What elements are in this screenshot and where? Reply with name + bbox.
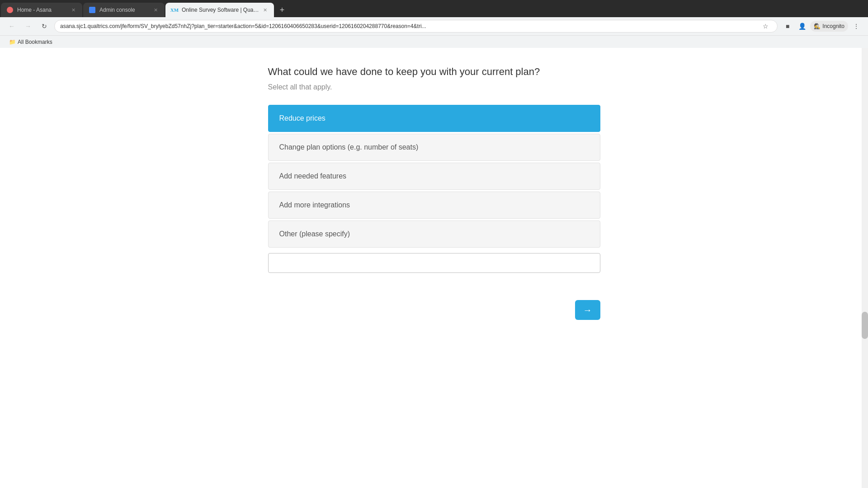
page-content: What could we have done to keep you with… — [0, 48, 868, 488]
nav-right-icons: ■ 👤 🕵 Incognito ⋮ — [781, 20, 863, 33]
tab-qualtrics-close[interactable]: ✕ — [261, 6, 269, 14]
reload-button[interactable]: ↻ — [38, 20, 51, 33]
bookmarks-folder-icon: 📁 — [9, 39, 16, 45]
bookmarks-label: All Bookmarks — [18, 39, 52, 45]
option-other-label: Other (please specify) — [279, 230, 350, 238]
forward-button[interactable]: → — [22, 20, 34, 33]
browser-chrome: Home - Asana ✕ Admin console ✕ XM Online… — [0, 0, 868, 48]
address-bar[interactable]: asana.sjc1.qualtrics.com/jfe/form/SV_bry… — [54, 20, 778, 33]
profile-icon[interactable]: 👤 — [796, 20, 808, 33]
option-add-features[interactable]: Add needed features — [268, 163, 600, 190]
tab-admin-close[interactable]: ✕ — [152, 6, 159, 14]
survey-question: What could we have done to keep you with… — [268, 66, 600, 78]
menu-icon[interactable]: ⋮ — [850, 20, 863, 33]
scrollbar-thumb[interactable] — [862, 312, 868, 339]
survey-container: What could we have done to keep you with… — [259, 66, 609, 320]
incognito-icon: 🕵 — [814, 23, 821, 29]
option-add-integrations[interactable]: Add more integrations — [268, 192, 600, 219]
next-button[interactable]: → — [575, 300, 600, 320]
option-change-plan-label: Change plan options (e.g. number of seat… — [279, 143, 419, 151]
option-add-integrations-label: Add more integrations — [279, 201, 350, 209]
tab-asana-close[interactable]: ✕ — [70, 6, 77, 14]
option-other[interactable]: Other (please specify) — [268, 221, 600, 248]
survey-instruction: Select all that apply. — [268, 83, 600, 91]
tab-bar: Home - Asana ✕ Admin console ✕ XM Online… — [0, 0, 868, 17]
next-arrow-icon: → — [583, 305, 592, 315]
incognito-badge: 🕵 Incognito — [810, 21, 848, 32]
option-reduce-prices[interactable]: Reduce prices — [268, 105, 600, 132]
other-text-input[interactable] — [268, 253, 600, 273]
bookmark-star-icon[interactable]: ☆ — [759, 20, 772, 33]
bookmarks-bar: 📁 All Bookmarks — [0, 35, 868, 48]
option-change-plan[interactable]: Change plan options (e.g. number of seat… — [268, 134, 600, 161]
option-add-features-label: Add needed features — [279, 172, 347, 180]
tab-qualtrics[interactable]: XM Online Survey Software | Qualtr... ✕ — [165, 3, 274, 17]
back-button[interactable]: ← — [5, 20, 18, 33]
xm-favicon-icon: XM — [171, 6, 178, 14]
tab-qualtrics-title: Online Survey Software | Qualtr... — [182, 7, 259, 13]
tab-asana-title: Home - Asana — [17, 7, 68, 13]
address-text: asana.sjc1.qualtrics.com/jfe/form/SV_bry… — [60, 23, 759, 29]
incognito-label: Incognito — [822, 23, 844, 29]
extension-icon[interactable]: ■ — [781, 20, 794, 33]
admin-favicon-icon — [89, 6, 96, 14]
new-tab-button[interactable]: + — [276, 4, 288, 16]
scrollbar[interactable] — [862, 48, 868, 488]
tab-admin-title: Admin console — [99, 7, 150, 13]
all-bookmarks-item[interactable]: 📁 All Bookmarks — [5, 37, 56, 47]
asana-favicon-icon — [6, 6, 14, 14]
tab-admin[interactable]: Admin console ✕ — [83, 3, 165, 17]
option-reduce-prices-label: Reduce prices — [279, 114, 326, 122]
nav-bar: ← → ↻ asana.sjc1.qualtrics.com/jfe/form/… — [0, 17, 868, 35]
tab-asana[interactable]: Home - Asana ✕ — [1, 3, 82, 17]
